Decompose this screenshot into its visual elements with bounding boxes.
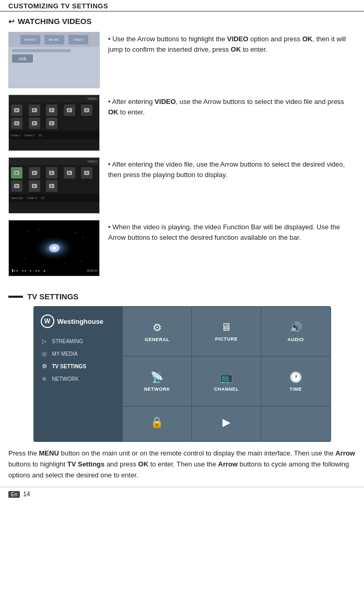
- screen1-btn-3: VIDEO: [68, 35, 88, 44]
- screen2-footer-text: Folder 1: [11, 134, 20, 137]
- screen3-footer-text2: Folder 2: [27, 196, 37, 200]
- screen4-bar-item-5: ■: [43, 269, 45, 272]
- bullet-text-1: Use the Arrow buttons to highlight the V…: [108, 32, 356, 55]
- page-header: CUSTOMIZING TV SETTINGS: [0, 0, 364, 11]
- screen-thumb-1: PHOTO MUSIC VIDEO USB: [8, 32, 100, 88]
- watching-row-4: ▐◄◄ ◄◄ ► ►► ■ 00:01:24 When the video is…: [8, 220, 356, 276]
- watching-row-2: VIDEO: [8, 95, 356, 151]
- tv-menu-label-network: NETWORK: [52, 376, 79, 382]
- picture-icon: 🖥: [221, 321, 231, 333]
- tv-grid-row1: ⚙ GENERAL 🖥 PICTURE 🔊 AUDIO: [123, 307, 330, 356]
- screen2-footer: Folder 1 Folder 2 1/2: [9, 131, 99, 139]
- screen3-icon-4: [64, 167, 75, 179]
- screen3-icon-3: [46, 167, 57, 179]
- screen3-icon-5: [81, 167, 92, 179]
- screen3-icon-hl: [11, 167, 22, 179]
- screen4-bar: ▐◄◄ ◄◄ ► ►► ■ 00:01:24: [9, 265, 99, 276]
- tv-menu-item-streaming: ▷ STREAMING: [41, 337, 115, 345]
- screen4-bar-item-time: 00:01:24: [87, 269, 97, 272]
- footer-text: Press the MENU button on the main unit o…: [0, 448, 364, 481]
- screen1-top: PHOTO MUSIC VIDEO: [9, 32, 99, 47]
- audio-icon: 🔊: [289, 321, 302, 334]
- tv-menu-item-tvsettings[interactable]: ⚙ TV SETTINGS: [41, 363, 115, 370]
- screen3-header: VIDEO: [9, 158, 99, 165]
- screen3-icon-2: [29, 167, 40, 179]
- page-title: CUSTOMIZING TV SETTINGS: [8, 2, 108, 10]
- screen3-grid: [9, 165, 99, 194]
- watching-title-text: WATCHING VIDEOS: [18, 17, 91, 26]
- screen-thumb-4: ▐◄◄ ◄◄ ► ►► ■ 00:01:24: [8, 220, 100, 276]
- picture-label: PICTURE: [215, 336, 238, 342]
- channel-label: CHANNEL: [214, 387, 239, 392]
- tv-grid-lock[interactable]: 🔒: [123, 407, 192, 441]
- network-label: NETWORK: [144, 387, 170, 392]
- tv-grid-time[interactable]: 🕐 TIME: [262, 357, 330, 405]
- svg-point-36: [83, 238, 83, 238]
- screen4-bar-item-3: ►: [29, 269, 32, 272]
- general-label: GENERAL: [145, 337, 170, 342]
- screen2-icon-7: [29, 118, 40, 129]
- galaxy-image: [23, 227, 86, 269]
- channel-icon: 📺: [220, 371, 233, 383]
- screen3-icon-7: [29, 180, 40, 192]
- time-icon: 🕐: [289, 371, 302, 383]
- tv-logo: W Westinghouse: [41, 314, 115, 328]
- playback-icon: ▶: [222, 416, 230, 428]
- tv-left-panel: W Westinghouse ▷ STREAMING ◎ MY MEDIA ⚙ …: [33, 306, 122, 442]
- screen4-bar-item-1: ▐◄◄: [11, 269, 18, 272]
- tv-grid-picture[interactable]: 🖥 PICTURE: [192, 307, 261, 356]
- footer-paragraph: Press the MENU button on the main unit o…: [8, 448, 356, 481]
- screen2-icon-2: [29, 104, 40, 116]
- tv-interface: W Westinghouse ▷ STREAMING ◎ MY MEDIA ⚙ …: [33, 306, 331, 442]
- tv-settings-title: TV SETTINGS: [8, 292, 356, 301]
- screen3-footer-text: video.mp4: [11, 196, 23, 200]
- svg-point-44: [52, 247, 56, 250]
- bullet-text-4: When the video is playing, the video Fun…: [108, 220, 356, 243]
- screen2-footer-text2: Folder 2: [25, 134, 34, 137]
- tv-menu-label-mymedia: MY MEDIA: [52, 351, 78, 357]
- general-icon: ⚙: [152, 321, 162, 334]
- mymedia-icon: ◎: [41, 350, 48, 357]
- svg-point-34: [38, 230, 39, 230]
- tv-grid-network[interactable]: 📡 NETWORK: [123, 357, 192, 405]
- screen3-label: VIDEO: [87, 160, 97, 163]
- screen4-bar-item-2: ◄◄: [21, 269, 26, 272]
- svg-point-39: [80, 261, 80, 262]
- screen2-icon-1: [11, 104, 22, 116]
- tv-grid-channel[interactable]: 📺 CHANNEL: [192, 357, 261, 405]
- tv-grid-audio[interactable]: 🔊 AUDIO: [262, 307, 330, 356]
- screen1-btn-1: PHOTO: [20, 35, 40, 44]
- tv-menu-label-tvsettings: TV SETTINGS: [52, 364, 87, 369]
- screen2-icon-6: [11, 118, 22, 129]
- screen1-btn-2: MUSIC: [44, 35, 64, 44]
- tv-grid-general[interactable]: ⚙ GENERAL: [123, 307, 192, 356]
- watching-content: PHOTO MUSIC VIDEO USB Use the Arrow butt…: [8, 32, 356, 283]
- tv-menu-item-network: ≋ NETWORK: [41, 375, 115, 382]
- screen2-label: VIDEO: [87, 97, 97, 100]
- network-left-icon: ≋: [41, 375, 48, 382]
- tv-grid-row2: 📡 NETWORK 📺 CHANNEL 🕐 TIME: [123, 357, 330, 405]
- screen2-grid: [9, 102, 99, 131]
- tv-grid-row3: 🔒 ▶: [123, 407, 330, 441]
- screen3-footer-text3: 1/2: [41, 196, 44, 200]
- lock-icon: 🔒: [150, 416, 163, 428]
- watching-section-title: ↩ WATCHING VIDEOS: [8, 17, 356, 26]
- tv-right-panel: ⚙ GENERAL 🖥 PICTURE 🔊 AUDIO 📡: [122, 306, 331, 442]
- svg-point-33: [28, 231, 28, 232]
- tv-settings-title-text: TV SETTINGS: [27, 292, 78, 301]
- arrow-icon: ↩: [8, 17, 15, 26]
- screen2-footer-text3: 1/2: [39, 134, 42, 137]
- page-number-row: En 14: [0, 487, 364, 501]
- svg-point-38: [64, 264, 65, 264]
- tv-logo-icon: W: [41, 314, 54, 328]
- tv-settings-section: TV SETTINGS W Westinghouse ▷ STREAMING ◎…: [0, 292, 364, 442]
- svg-point-37: [25, 259, 26, 259]
- tv-grid-playback[interactable]: ▶: [192, 407, 261, 441]
- tv-interface-inner: W Westinghouse ▷ STREAMING ◎ MY MEDIA ⚙ …: [33, 306, 331, 442]
- tv-menu-item-mymedia: ◎ MY MEDIA: [41, 350, 115, 357]
- page-lang: En: [8, 491, 20, 498]
- bullet-text-2: After entering VIDEO, use the Arrow butt…: [108, 95, 356, 118]
- tv-menu-label-streaming: STREAMING: [52, 338, 83, 344]
- screen2-header: VIDEO: [9, 95, 99, 102]
- tv-logo-text: Westinghouse: [57, 318, 104, 325]
